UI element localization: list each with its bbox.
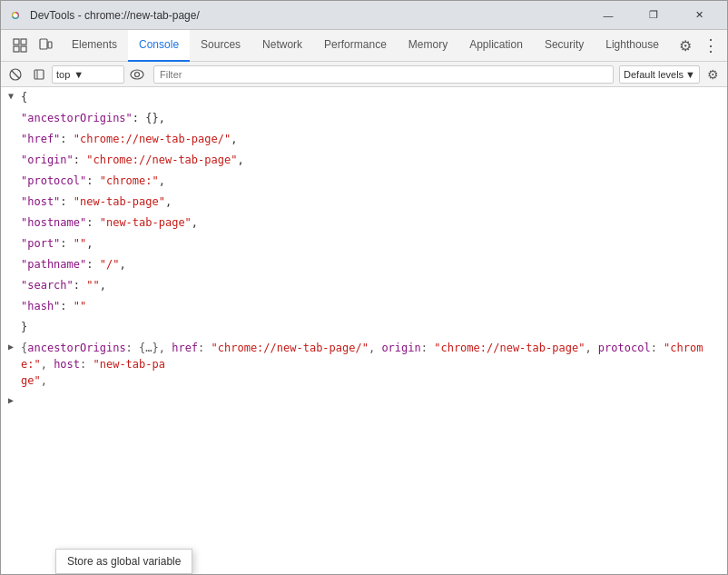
tab-console[interactable]: Console <box>128 30 190 62</box>
clear-console-icon[interactable] <box>5 64 26 85</box>
svg-rect-5 <box>21 46 26 52</box>
console-line-protocol: "protocol": "chrome:", <box>1 171 727 192</box>
preserve-log-icon[interactable] <box>28 64 50 85</box>
console-output: ▼ { "ancestorOrigins": {}, "href": "chro… <box>1 87 727 574</box>
svg-rect-4 <box>14 46 19 52</box>
tab-sources[interactable]: Sources <box>190 30 251 62</box>
console-line-pathname: "pathname": "/", <box>1 254 727 275</box>
eye-icon[interactable] <box>126 64 148 85</box>
svg-point-1 <box>14 13 18 17</box>
svg-point-13 <box>135 72 140 76</box>
console-line-ancestor: "ancestorOrigins": {}, <box>1 108 727 129</box>
tab-lighthouse[interactable]: Lighthouse <box>595 30 670 62</box>
device-toggle-icon[interactable] <box>34 34 57 57</box>
store-as-global-tooltip: Store as global variable <box>55 549 192 574</box>
tab-elements[interactable]: Elements <box>61 30 128 62</box>
tab-memory[interactable]: Memory <box>398 30 458 62</box>
expand-icon[interactable]: ▼ <box>8 89 21 101</box>
tab-security[interactable]: Security <box>534 30 595 62</box>
window-title: DevTools - chrome://new-tab-page/ <box>30 9 580 22</box>
svg-line-9 <box>12 71 19 78</box>
console-toolbar: top ▼ Default levels ▼ ⚙ <box>1 62 727 87</box>
levels-selector[interactable]: Default levels ▼ <box>619 65 700 84</box>
chrome-icon <box>8 8 23 23</box>
devtools-window: DevTools - chrome://new-tab-page/ — ❐ ✕ … <box>0 0 728 575</box>
tab-network[interactable]: Network <box>251 30 313 62</box>
console-line-hostname: "hostname": "new-tab-page", <box>1 213 727 233</box>
console-line-hash: "hash": "" <box>1 296 727 317</box>
devtools-settings-icon[interactable]: ⚙ <box>673 33 698 58</box>
svg-rect-6 <box>40 39 47 49</box>
close-button[interactable]: ✕ <box>678 2 720 29</box>
window-controls: — ❐ ✕ <box>587 2 720 29</box>
tab-application[interactable]: Application <box>458 30 534 62</box>
filter-input[interactable] <box>153 65 614 84</box>
collapsed-expand-icon[interactable]: ▶ <box>8 340 21 352</box>
svg-rect-7 <box>48 42 52 48</box>
devtools-tab-bar: Elements Console Sources Network Perform… <box>1 30 727 62</box>
console-line-host: "host": "new-tab-page", <box>1 192 727 213</box>
devtools-more-icon[interactable]: ⋮ <box>698 33 723 58</box>
console-line-open-brace: ▼ { <box>1 87 727 108</box>
svg-point-12 <box>131 70 143 79</box>
restore-button[interactable]: ❐ <box>633 2 674 29</box>
console-settings-icon[interactable]: ⚙ <box>702 64 723 85</box>
context-selector[interactable]: top ▼ <box>52 65 124 84</box>
title-bar: DevTools - chrome://new-tab-page/ — ❐ ✕ <box>1 1 727 30</box>
console-line-origin: "origin": "chrome://new-tab-page", <box>1 150 727 171</box>
svg-rect-10 <box>34 70 44 79</box>
console-collapsed-line[interactable]: ▶ {ancestorOrigins: {…}, href: "chrome:/… <box>1 338 727 392</box>
console-line-extra-expand: ▶ <box>1 392 727 408</box>
svg-rect-2 <box>14 39 19 45</box>
inspect-icon[interactable] <box>8 34 32 57</box>
console-line-search: "search": "", <box>1 275 727 296</box>
console-line-close-brace: } <box>1 317 727 338</box>
svg-rect-3 <box>21 39 26 45</box>
devtools-toolbar-icons <box>5 34 61 57</box>
extra-expand-icon[interactable]: ▶ <box>8 393 21 405</box>
console-line-port: "port": "", <box>1 233 727 254</box>
console-line-href: "href": "chrome://new-tab-page/", <box>1 129 727 150</box>
tab-performance[interactable]: Performance <box>313 30 398 62</box>
minimize-button[interactable]: — <box>587 2 629 29</box>
